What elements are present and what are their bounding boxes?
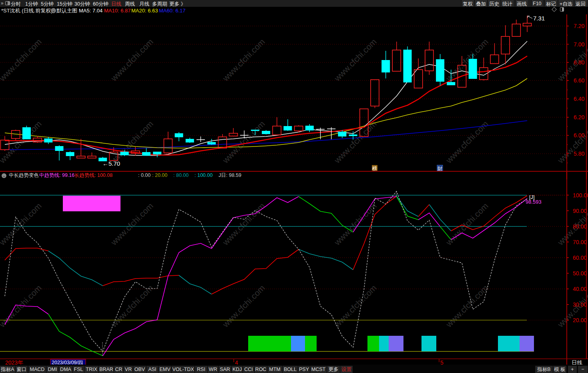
svg-text:7.31: 7.31 [533, 15, 545, 22]
svg-text:20.00: 20.00 [573, 317, 587, 323]
svg-text:7.00: 7.00 [574, 41, 584, 48]
svg-text:www.cfchi.com: www.cfchi.com [556, 119, 588, 165]
svg-text:www.cfchi.com: www.cfchi.com [332, 283, 378, 329]
svg-text:←5.70: ←5.70 [102, 160, 120, 167]
svg-text:www.cfchi.com: www.cfchi.com [221, 283, 267, 329]
svg-text:5.80: 5.80 [574, 150, 584, 157]
svg-text:www.cfchi.com: www.cfchi.com [0, 201, 43, 247]
svg-text:www.cfchi.com: www.cfchi.com [332, 119, 378, 165]
svg-text:財: 財 [437, 166, 442, 171]
svg-text:6.00: 6.00 [574, 132, 584, 138]
svg-text:6.60: 6.60 [574, 77, 584, 84]
svg-text:80.00: 80.00 [573, 223, 587, 230]
svg-text:7.20: 7.20 [574, 23, 584, 29]
svg-text:60.00: 60.00 [573, 255, 587, 261]
svg-text:www.cfchi.com: www.cfchi.com [444, 201, 490, 247]
svg-text:www.cfchi.com: www.cfchi.com [109, 283, 155, 329]
svg-text:30.00: 30.00 [573, 301, 587, 308]
svg-text:50.00: 50.00 [573, 270, 587, 277]
svg-text:www.cfchi.com: www.cfchi.com [221, 37, 267, 83]
svg-text:www.cfchi.com: www.cfchi.com [221, 201, 267, 247]
svg-text:www.cfchi.com: www.cfchi.com [221, 119, 267, 165]
svg-text:98.593: 98.593 [526, 199, 542, 205]
svg-text:6.80: 6.80 [574, 59, 584, 66]
svg-text:90.00: 90.00 [573, 208, 587, 214]
svg-text:榜: 榜 [372, 166, 377, 171]
svg-text:6.40: 6.40 [574, 96, 584, 102]
svg-text:www.cfchi.com: www.cfchi.com [0, 283, 43, 329]
svg-text:6.20: 6.20 [574, 114, 584, 120]
svg-text:www.cfchi.com: www.cfchi.com [0, 37, 43, 83]
svg-text:100.00: 100.00 [573, 192, 588, 199]
svg-text:www.cfchi.com: www.cfchi.com [444, 283, 490, 329]
svg-text:www.cfchi.com: www.cfchi.com [444, 37, 490, 83]
svg-text:70.00: 70.00 [573, 239, 587, 245]
svg-text:www.cfchi.com: www.cfchi.com [332, 37, 378, 83]
svg-text:40.00: 40.00 [573, 286, 587, 292]
svg-text:www.cfchi.com: www.cfchi.com [109, 37, 155, 83]
svg-text:www.cfchi.com: www.cfchi.com [109, 119, 155, 165]
